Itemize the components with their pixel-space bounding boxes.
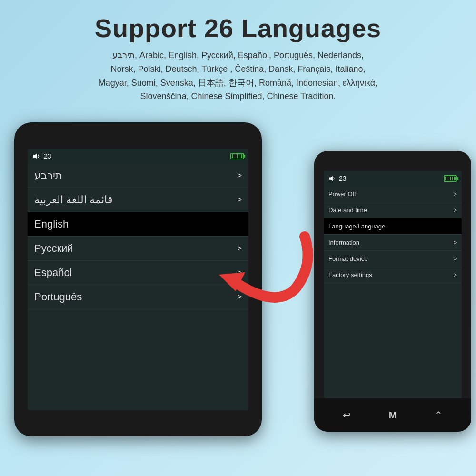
right-menu-item-0[interactable]: Power Off >	[324, 186, 462, 202]
left-menu-label-5: Português	[34, 291, 82, 303]
arrow-container	[209, 222, 319, 308]
right-menu-item-5[interactable]: Factory settings >	[324, 267, 462, 283]
svg-marker-0	[33, 153, 37, 159]
left-status-left: 23	[32, 152, 51, 160]
right-device-body: 23 Power Off >	[314, 151, 471, 432]
right-menu-label-0: Power Off	[328, 190, 356, 198]
left-menu-chevron-0: >	[238, 171, 242, 180]
right-menu-chevron-1: >	[453, 207, 457, 214]
left-menu-chevron-1: >	[238, 196, 242, 204]
right-device-screen: 23 Power Off >	[324, 171, 462, 398]
right-menu-label-1: Date and time	[328, 207, 367, 214]
svg-marker-3	[329, 176, 333, 181]
languages-list: תירבע, Arabic, English, Русский, Español…	[29, 49, 447, 103]
right-menu-item-1[interactable]: Date and time >	[324, 202, 462, 218]
right-menu-chevron-3: >	[453, 239, 457, 246]
left-menu-label-3: Русский	[34, 242, 73, 255]
right-menu-item-2[interactable]: Language/Language	[324, 218, 462, 235]
devices-area: 23 תירבע >	[0, 113, 476, 436]
left-menu-label-2: English	[34, 218, 69, 230]
right-menu-label-4: Format device	[328, 255, 367, 262]
right-speaker-icon	[328, 175, 336, 182]
right-device: 23 Power Off >	[314, 151, 471, 432]
right-battery-fill	[445, 177, 456, 180]
left-menu-item-0[interactable]: תירבע >	[28, 164, 248, 188]
right-menu-item-4[interactable]: Format device >	[324, 251, 462, 267]
right-menu-label-5: Factory settings	[328, 271, 372, 278]
right-menu-item-3[interactable]: Information >	[324, 235, 462, 251]
arrow-icon	[209, 222, 319, 308]
left-volume: 23	[44, 152, 51, 160]
left-menu-label-0: תירבע	[34, 169, 62, 182]
back-icon[interactable]: ↩	[343, 409, 351, 421]
speaker-icon	[32, 152, 41, 160]
left-menu-label-4: Español	[34, 267, 72, 279]
menu-icon[interactable]: M	[389, 410, 397, 421]
right-volume: 23	[339, 175, 347, 182]
right-menu-chevron-5: >	[453, 271, 457, 278]
right-menu-chevron-4: >	[453, 255, 457, 262]
page-title: Support 26 Languages	[29, 13, 447, 43]
right-battery-icon	[444, 175, 457, 182]
left-battery-icon	[230, 153, 244, 159]
right-menu-label-3: Information	[328, 239, 359, 246]
left-status-bar: 23	[28, 149, 248, 164]
left-menu-item-1[interactable]: قائمة اللغة العربية >	[28, 188, 248, 212]
right-bottom-nav: ↩ M ⌃	[314, 398, 471, 432]
left-menu-label-1: قائمة اللغة العربية	[34, 194, 113, 206]
right-menu-label-2: Language/Language	[328, 223, 385, 230]
right-menu-chevron-0: >	[453, 190, 457, 198]
up-icon[interactable]: ⌃	[435, 409, 443, 421]
right-status-bar: 23	[324, 171, 462, 186]
header: Support 26 Languages תירבע, Arabic, Engl…	[0, 0, 476, 108]
left-battery-fill	[232, 154, 242, 158]
right-status-left: 23	[328, 175, 347, 182]
